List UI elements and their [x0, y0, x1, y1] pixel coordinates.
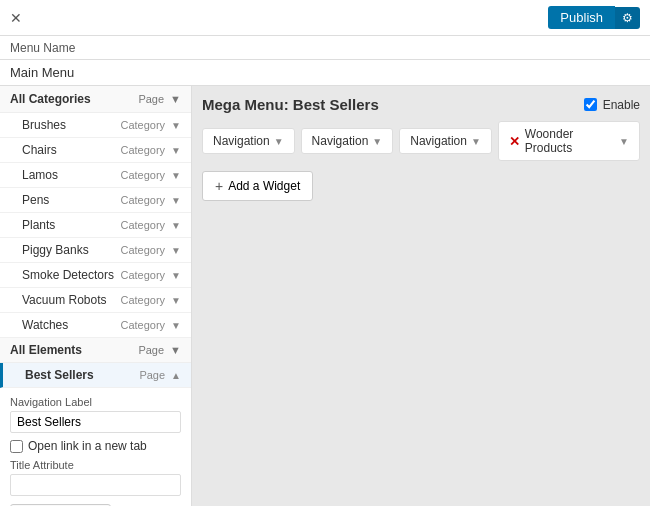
content-area: All Categories Page ▼ Brushes Category ▼…: [0, 86, 650, 506]
all-elements-type: Page: [138, 344, 164, 356]
item-type: Category: [120, 119, 165, 131]
title-attr-label: Title Attribute: [10, 459, 181, 471]
list-item[interactable]: Lamos Category ▼: [0, 163, 191, 188]
nav-tab-3[interactable]: Navigation ▼: [399, 128, 492, 154]
item-name: Piggy Banks: [22, 243, 89, 257]
item-name: Lamos: [22, 168, 58, 182]
publish-button-group: Publish ⚙: [548, 6, 640, 29]
add-widget-button[interactable]: + Add a Widget: [202, 171, 313, 201]
item-type-wrapper: Category ▼: [120, 169, 181, 181]
left-panel: All Categories Page ▼ Brushes Category ▼…: [0, 86, 192, 506]
item-name: Smoke Detectors: [22, 268, 114, 282]
open-new-tab-row: Open link in a new tab: [10, 439, 181, 453]
nav-tab-2[interactable]: Navigation ▼: [301, 128, 394, 154]
menu-name-label: Menu Name: [10, 41, 75, 55]
item-type: Category: [120, 194, 165, 206]
item-dropdown-arrow[interactable]: ▼: [171, 170, 181, 181]
item-dropdown-arrow[interactable]: ▼: [171, 120, 181, 131]
item-type: Category: [120, 169, 165, 181]
publish-gear-button[interactable]: ⚙: [615, 7, 640, 29]
list-item[interactable]: Pens Category ▼: [0, 188, 191, 213]
list-item[interactable]: Piggy Banks Category ▼: [0, 238, 191, 263]
item-name: Vacuum Robots: [22, 293, 107, 307]
nav-tab-1-label: Navigation: [213, 134, 270, 148]
item-type-wrapper: Category ▼: [120, 269, 181, 281]
all-categories-header[interactable]: All Categories Page ▼: [0, 86, 191, 113]
close-icon[interactable]: ✕: [10, 10, 22, 26]
best-sellers-item[interactable]: Best Sellers Page ▲: [0, 363, 191, 388]
list-item[interactable]: Plants Category ▼: [0, 213, 191, 238]
item-dropdown-arrow[interactable]: ▼: [171, 245, 181, 256]
item-name: Plants: [22, 218, 55, 232]
all-elements-label: All Elements: [10, 343, 82, 357]
title-attr-input[interactable]: [10, 474, 181, 496]
main-menu-text: Main Menu: [10, 65, 74, 80]
item-dropdown-arrow[interactable]: ▼: [171, 320, 181, 331]
all-categories-arrow[interactable]: ▼: [170, 93, 181, 105]
woonder-tab-arrow: ▼: [619, 136, 629, 147]
item-type: Category: [120, 319, 165, 331]
item-type-wrapper: Category ▼: [120, 319, 181, 331]
woonder-tab[interactable]: ✕ Woonder Products ▼: [498, 121, 640, 161]
detail-section: Navigation Label Open link in a new tab …: [0, 388, 191, 506]
enable-row: Enable: [584, 98, 640, 112]
nav-tab-2-arrow: ▼: [372, 136, 382, 147]
open-new-tab-checkbox[interactable]: [10, 440, 23, 453]
item-dropdown-arrow[interactable]: ▼: [171, 270, 181, 281]
best-sellers-type-wrapper: Page ▲: [139, 369, 181, 381]
nav-tab-1-arrow: ▼: [274, 136, 284, 147]
item-name: Pens: [22, 193, 49, 207]
nav-tab-1[interactable]: Navigation ▼: [202, 128, 295, 154]
main-menu-label-row: Main Menu: [0, 60, 650, 86]
publish-button[interactable]: Publish: [548, 6, 615, 29]
item-name: Brushes: [22, 118, 66, 132]
nav-tab-2-label: Navigation: [312, 134, 369, 148]
item-type: Category: [120, 294, 165, 306]
list-item[interactable]: Watches Category ▼: [0, 313, 191, 338]
item-type: Category: [120, 219, 165, 231]
item-name: Chairs: [22, 143, 57, 157]
enable-checkbox[interactable]: [584, 98, 597, 111]
enable-label: Enable: [603, 98, 640, 112]
list-item[interactable]: Smoke Detectors Category ▼: [0, 263, 191, 288]
mega-menu-title: Mega Menu: Best Sellers: [202, 96, 379, 113]
best-sellers-type: Page: [139, 369, 165, 381]
item-type-wrapper: Category ▼: [120, 294, 181, 306]
all-categories-label: All Categories: [10, 92, 91, 106]
add-widget-label: Add a Widget: [228, 179, 300, 193]
all-elements-arrow[interactable]: ▼: [170, 344, 181, 356]
nav-tab-3-arrow: ▼: [471, 136, 481, 147]
item-name: Watches: [22, 318, 68, 332]
list-item[interactable]: Brushes Category ▼: [0, 113, 191, 138]
nav-tab-3-label: Navigation: [410, 134, 467, 148]
all-categories-type: Page: [138, 93, 164, 105]
best-sellers-name: Best Sellers: [25, 368, 94, 382]
item-type-wrapper: Category ▼: [120, 119, 181, 131]
item-type-wrapper: Category ▼: [120, 144, 181, 156]
top-bar: ✕ Publish ⚙: [0, 0, 650, 36]
item-type-wrapper: Category ▼: [120, 219, 181, 231]
item-dropdown-arrow[interactable]: ▼: [171, 145, 181, 156]
item-type: Category: [120, 244, 165, 256]
item-type-wrapper: Category ▼: [120, 194, 181, 206]
right-panel: Mega Menu: Best Sellers Enable Navigatio…: [192, 86, 650, 506]
woonder-tab-label: Woonder Products: [525, 127, 614, 155]
nav-label-label: Navigation Label: [10, 396, 181, 408]
item-type: Category: [120, 269, 165, 281]
all-elements-header[interactable]: All Elements Page ▼: [0, 338, 191, 363]
item-type-wrapper: Category ▼: [120, 244, 181, 256]
nav-label-input[interactable]: [10, 411, 181, 433]
right-panel-header: Mega Menu: Best Sellers Enable: [202, 96, 640, 113]
best-sellers-arrow[interactable]: ▲: [171, 370, 181, 381]
open-new-tab-label: Open link in a new tab: [28, 439, 147, 453]
nav-tabs-row: Navigation ▼ Navigation ▼ Navigation ▼ ✕…: [202, 121, 640, 161]
item-dropdown-arrow[interactable]: ▼: [171, 295, 181, 306]
plus-icon: +: [215, 178, 223, 194]
list-item[interactable]: Vacuum Robots Category ▼: [0, 288, 191, 313]
item-dropdown-arrow[interactable]: ▼: [171, 220, 181, 231]
item-dropdown-arrow[interactable]: ▼: [171, 195, 181, 206]
woonder-remove-icon[interactable]: ✕: [509, 134, 520, 149]
item-type: Category: [120, 144, 165, 156]
list-item[interactable]: Chairs Category ▼: [0, 138, 191, 163]
menu-name-row: Menu Name: [0, 36, 650, 60]
